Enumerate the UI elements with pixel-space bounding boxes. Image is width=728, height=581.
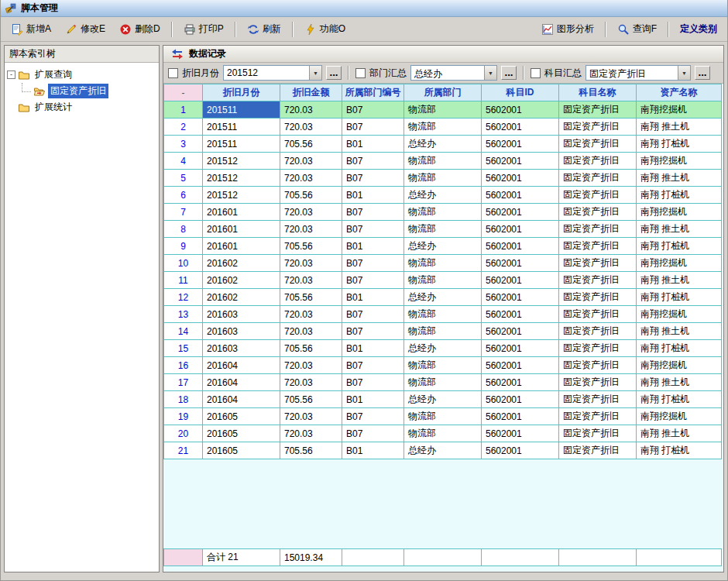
table-cell[interactable]: 201511 [203,101,280,119]
table-cell[interactable]: 物流部 [404,153,482,170]
table-cell[interactable]: 5602001 [482,119,559,136]
table-cell[interactable]: 201605 [203,442,280,459]
table-cell[interactable]: 总经办 [404,391,482,408]
table-cell[interactable]: 5602001 [482,323,559,340]
table-cell[interactable]: 201602 [203,289,280,306]
month-filter-checkbox[interactable] [168,68,178,78]
table-cell[interactable]: 固定资产折旧 [559,238,637,255]
table-cell[interactable]: 201605 [203,408,280,425]
table-cell[interactable]: 总经办 [404,442,482,459]
table-cell[interactable]: B01 [342,391,404,408]
month-filter-select[interactable]: 201512 ▼ [223,65,322,81]
row-number-cell[interactable]: 19 [164,408,203,425]
table-cell[interactable]: 固定资产折旧 [559,391,637,408]
table-cell[interactable]: 固定资产折旧 [559,255,637,272]
row-number-cell[interactable]: 17 [164,374,203,391]
row-number-cell[interactable]: 3 [164,136,203,153]
table-cell[interactable]: 201602 [203,272,280,289]
table-cell[interactable]: 物流部 [404,170,482,187]
table-cell[interactable]: 201512 [203,170,280,187]
table-cell[interactable]: 南翔挖掘机 [637,255,722,272]
table-cell[interactable]: 5602001 [482,101,559,119]
table-cell[interactable]: 物流部 [404,374,482,391]
table-cell[interactable]: 5602001 [482,136,559,153]
table-cell[interactable]: 720.03 [280,255,342,272]
table-cell[interactable]: 固定资产折旧 [559,357,637,374]
tree-item-extended-statistics[interactable]: + 扩展统计 [7,99,156,115]
row-number-cell[interactable]: 18 [164,391,203,408]
table-cell[interactable]: 南翔挖掘机 [637,153,722,170]
table-cell[interactable]: 南翔挖掘机 [637,306,722,323]
table-cell[interactable]: B07 [342,170,404,187]
table-cell[interactable]: 固定资产折旧 [559,136,637,153]
table-cell[interactable]: B07 [342,306,404,323]
table-cell[interactable]: 固定资产折旧 [559,323,637,340]
collapse-toggle-icon[interactable]: - [7,70,15,79]
row-number-cell[interactable]: 14 [164,323,203,340]
table-cell[interactable]: 固定资产折旧 [559,374,637,391]
table-cell[interactable]: 5602001 [482,442,559,459]
table-cell[interactable]: 物流部 [404,255,482,272]
tree-item-label[interactable]: 扩展查询 [33,67,74,82]
subject-summary-select[interactable]: 固定资产折旧 ▼ [585,65,691,81]
table-cell[interactable]: 固定资产折旧 [559,306,637,323]
row-number-cell[interactable]: 12 [164,289,203,306]
dept-summary-more-button[interactable]: ... [501,66,517,80]
row-number-cell[interactable]: 13 [164,306,203,323]
chevron-down-icon[interactable]: ▼ [484,66,496,80]
table-cell[interactable]: 物流部 [404,101,482,119]
table-cell[interactable]: 物流部 [404,119,482,136]
table-cell[interactable]: 201604 [203,357,280,374]
print-button[interactable]: 打印P [177,19,230,39]
table-cell[interactable]: 5602001 [482,425,559,442]
tree-item-label[interactable]: 扩展统计 [33,100,74,115]
table-cell[interactable]: B01 [342,136,404,153]
table-cell[interactable]: 南翔 打桩机 [637,391,722,408]
table-cell[interactable]: 固定资产折旧 [559,170,637,187]
table-cell[interactable]: 总经办 [404,187,482,204]
table-cell[interactable]: 705.56 [280,442,342,459]
table-cell[interactable]: 201511 [203,136,280,153]
table-cell[interactable]: 物流部 [404,306,482,323]
table-cell[interactable]: 南翔挖掘机 [637,101,722,119]
table-cell[interactable]: 720.03 [280,153,342,170]
row-number-cell[interactable]: 16 [164,357,203,374]
table-cell[interactable]: B07 [342,408,404,425]
table-cell[interactable]: 5602001 [482,391,559,408]
table-cell[interactable]: 720.03 [280,119,342,136]
table-cell[interactable]: 720.03 [280,357,342,374]
table-cell[interactable]: 5602001 [482,340,559,357]
row-number-cell[interactable]: 21 [164,442,203,459]
table-cell[interactable]: 固定资产折旧 [559,204,637,221]
table-cell[interactable]: B07 [342,357,404,374]
table-cell[interactable]: 201602 [203,255,280,272]
table-cell[interactable]: 总经办 [404,289,482,306]
table-cell[interactable]: B01 [342,340,404,357]
subject-summary-checkbox[interactable] [531,68,541,78]
table-cell[interactable]: 固定资产折旧 [559,153,637,170]
table-cell[interactable]: 5602001 [482,204,559,221]
table-cell[interactable]: 南翔 打桩机 [637,289,722,306]
row-number-cell[interactable]: 2 [164,119,203,136]
table-cell[interactable]: 物流部 [404,357,482,374]
table-cell[interactable]: 5602001 [482,306,559,323]
table-cell[interactable]: B07 [342,119,404,136]
table-cell[interactable]: 5602001 [482,170,559,187]
table-cell[interactable]: 固定资产折旧 [559,340,637,357]
table-cell[interactable]: 720.03 [280,272,342,289]
query-button[interactable]: 查询F [611,19,663,39]
table-cell[interactable]: 南翔挖掘机 [637,204,722,221]
table-cell[interactable]: 201512 [203,153,280,170]
table-cell[interactable]: 物流部 [404,425,482,442]
table-cell[interactable]: B07 [342,101,404,119]
table-cell[interactable]: 705.56 [280,187,342,204]
table-cell[interactable]: 5602001 [482,408,559,425]
row-number-cell[interactable]: 5 [164,170,203,187]
table-cell[interactable]: 5602001 [482,187,559,204]
table-cell[interactable]: B01 [342,238,404,255]
table-cell[interactable]: 固定资产折旧 [559,442,637,459]
table-cell[interactable]: 201601 [203,204,280,221]
table-cell[interactable]: 南翔 打桩机 [637,442,722,459]
table-cell[interactable]: 南翔 推土机 [637,425,722,442]
table-cell[interactable]: 201604 [203,374,280,391]
